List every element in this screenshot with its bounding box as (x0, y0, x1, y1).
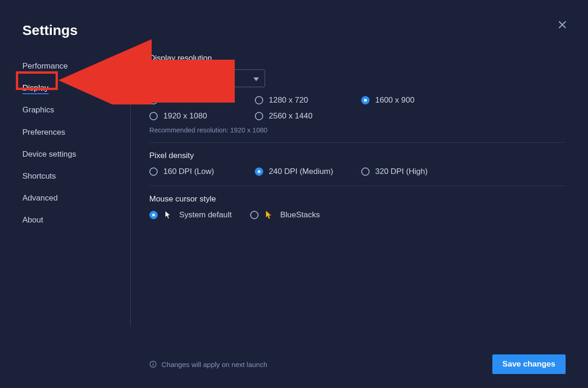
radio-selected-icon (149, 211, 158, 219)
sidebar-item-label: Preferences (22, 128, 65, 137)
pixel-density-section-title: Pixel density (149, 151, 566, 160)
save-changes-button[interactable]: Save changes (492, 354, 566, 374)
dpi-option-160[interactable]: 160 DPI (Low) (149, 167, 255, 176)
close-button[interactable] (557, 20, 571, 34)
radio-selected-icon (255, 167, 263, 176)
radio-icon (149, 112, 158, 120)
dpi-option-320[interactable]: 320 DPI (High) (361, 167, 464, 176)
radio-icon (255, 112, 263, 120)
resolution-option-1920x1080[interactable]: 1920 x 1080 (149, 111, 255, 121)
cursor-label: System default (179, 210, 231, 220)
sidebar-item-label: Device settings (22, 150, 76, 159)
sidebar-item-shortcuts[interactable]: Shortcuts (22, 166, 130, 186)
cursor-label: BlueStacks (280, 210, 320, 220)
footer-notice-text: Changes will apply on next launch (161, 360, 267, 368)
section-divider (149, 186, 566, 186)
svg-point-8 (153, 362, 154, 363)
radio-label: 1600 x 900 (375, 96, 414, 105)
footer-notice: Changes will apply on next launch (149, 360, 267, 368)
settings-footer: Changes will apply on next launch Save c… (149, 354, 566, 374)
chevron-down-icon (253, 75, 259, 83)
radio-label: 320 DPI (High) (375, 167, 427, 176)
sidebar-item-about[interactable]: About (22, 210, 130, 230)
radio-icon (361, 167, 370, 176)
radio-label: 1920 x 1080 (163, 111, 207, 121)
sidebar-item-preferences[interactable]: Preferences (22, 122, 130, 142)
resolution-option-1280x720[interactable]: 1280 x 720 (255, 96, 361, 105)
sidebar-item-performance[interactable]: Performance (22, 56, 130, 76)
resolution-option-960x540[interactable]: 960 x 540 (149, 96, 255, 105)
radio-selected-icon (361, 96, 370, 104)
radio-icon (255, 96, 263, 104)
sidebar-item-graphics[interactable]: Graphics (22, 100, 130, 120)
mouse-cursor-section-title: Mouse cursor style (149, 194, 566, 204)
radio-icon (149, 96, 158, 104)
sidebar-item-advanced[interactable]: Advanced (22, 188, 130, 208)
cursor-option-bluestacks[interactable]: BlueStacks (250, 210, 320, 220)
radio-icon (149, 167, 158, 176)
svg-marker-4 (165, 211, 170, 219)
radio-label: 1280 x 720 (269, 96, 308, 105)
system-cursor-icon (164, 210, 173, 220)
cursor-option-system[interactable]: System default (149, 210, 231, 220)
resolution-dropdown[interactable] (149, 69, 265, 87)
sidebar-item-label: Shortcuts (22, 172, 56, 180)
resolution-option-2560x1440[interactable]: 2560 x 1440 (255, 111, 361, 121)
svg-marker-3 (253, 77, 259, 81)
sidebar-item-label: Display (22, 83, 49, 94)
resolution-option-1600x900[interactable]: 1600 x 900 (361, 96, 464, 105)
svg-marker-5 (266, 211, 271, 219)
section-divider (149, 142, 566, 143)
settings-content: Display resolution 960 x 540 1920 x 1080… (149, 54, 566, 220)
resolution-radio-grid: 960 x 540 1920 x 1080 1280 x 720 2560 x … (149, 96, 566, 121)
close-icon (557, 20, 567, 30)
resolution-section-title: Display resolution (149, 54, 566, 63)
sidebar-item-label: Graphics (22, 105, 54, 114)
page-title: Settings (22, 22, 77, 38)
mouse-cursor-row: System default BlueStacks (149, 210, 566, 220)
bluestacks-cursor-icon (265, 210, 273, 220)
sidebar-item-display[interactable]: Display (22, 78, 130, 98)
dpi-option-240[interactable]: 240 DPI (Medium) (255, 167, 361, 176)
resolution-recommended-hint: Recommended resolution: 1920 x 1080 (149, 126, 566, 134)
radio-label: 160 DPI (Low) (163, 167, 214, 176)
info-icon (149, 360, 157, 368)
radio-icon (250, 211, 259, 219)
sidebar-item-label: About (22, 215, 43, 224)
sidebar-item-device-settings[interactable]: Device settings (22, 144, 130, 164)
radio-label: 960 x 540 (163, 96, 198, 105)
pixel-density-radio-row: 160 DPI (Low) 240 DPI (Medium) 320 DPI (… (149, 167, 566, 176)
radio-label: 2560 x 1440 (269, 111, 313, 121)
sidebar-item-label: Advanced (22, 194, 58, 202)
settings-sidebar: Performance Display Graphics Preferences… (22, 56, 131, 326)
radio-label: 240 DPI (Medium) (269, 167, 333, 176)
sidebar-item-label: Performance (22, 62, 68, 70)
